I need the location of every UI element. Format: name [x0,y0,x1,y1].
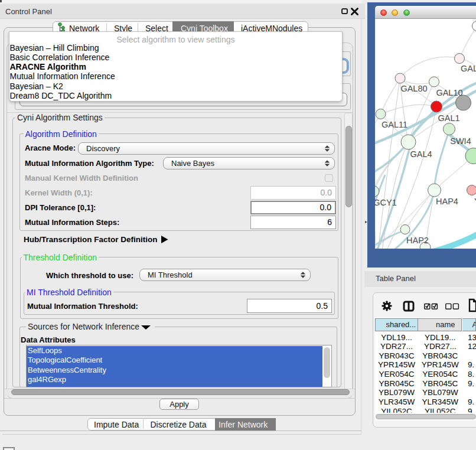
svg-text:GCY1: GCY1 [375,198,397,207]
svg-text:GAL4: GAL4 [410,149,432,159]
svg-text:HAP4: HAP4 [436,197,458,206]
svg-text:GAL80: GAL80 [400,84,427,93]
svg-text:GAL11: GAL11 [382,120,407,129]
svg-text:GAL10: GAL10 [436,88,462,97]
svg-text:GAL1: GAL1 [438,113,459,123]
svg-text:SWI4: SWI4 [450,136,471,146]
svg-text:HAP2: HAP2 [406,236,429,245]
svg-text:GAL7: GAL7 [461,64,476,73]
